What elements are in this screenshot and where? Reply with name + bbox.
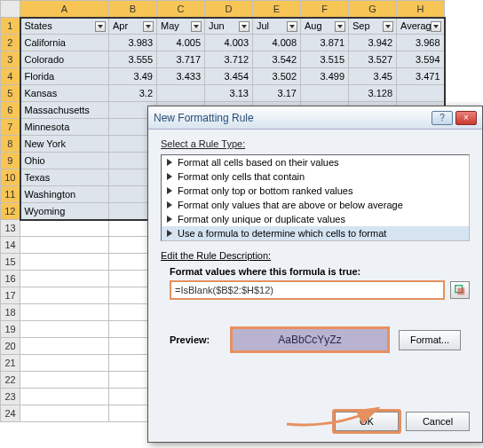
data-cell[interactable]: 3.13 [205,85,253,102]
data-cell[interactable]: 3.542 [253,51,301,68]
empty-cell[interactable] [20,287,109,304]
empty-cell[interactable] [20,237,109,254]
rule-type-item[interactable]: Use a formula to determine which cells t… [162,226,469,240]
row-header[interactable]: 17 [1,287,20,304]
data-cell[interactable]: 3.433 [157,68,205,85]
row-header[interactable]: 10 [1,169,20,186]
row-header[interactable]: 11 [1,186,20,203]
rule-type-list[interactable]: Format all cells based on their valuesFo… [161,154,470,241]
data-cell[interactable]: 3.45 [349,68,397,85]
state-cell[interactable]: New York [20,136,109,153]
empty-cell[interactable] [20,355,109,372]
state-cell[interactable]: Washington [20,186,109,203]
data-cell[interactable]: 4.008 [253,35,301,51]
filter-dropdown-icon[interactable] [191,21,202,32]
row-header[interactable]: 6 [1,102,20,119]
state-cell[interactable]: Minnesota [20,119,109,136]
row-header[interactable]: 16 [1,271,20,287]
row-header[interactable]: 14 [1,237,20,254]
rule-type-item[interactable]: Format all cells based on their values [162,155,469,169]
col-header[interactable]: A [20,1,109,18]
filter-dropdown-icon[interactable] [143,21,154,32]
format-button[interactable]: Format... [399,330,461,350]
field-header[interactable]: May [157,18,205,35]
dialog-titlebar[interactable]: New Formatting Rule ? × [148,106,482,130]
col-header[interactable] [1,1,20,18]
filter-dropdown-icon[interactable] [335,21,345,32]
data-cell[interactable] [157,85,205,102]
row-header[interactable]: 12 [1,203,20,220]
data-cell[interactable]: 3.471 [397,68,445,85]
field-header[interactable]: Sep [349,18,397,35]
state-cell[interactable]: California [20,35,109,51]
col-header[interactable]: B [109,1,157,18]
filter-dropdown-icon[interactable] [431,21,441,32]
state-cell[interactable]: Wyoming [20,203,109,220]
ok-button[interactable]: OK [335,412,399,431]
row-header[interactable]: 7 [1,119,20,136]
data-cell[interactable] [301,85,349,102]
state-cell[interactable]: Florida [20,68,109,85]
rule-type-item[interactable]: Format only unique or duplicate values [162,212,469,226]
rule-type-item[interactable]: Format only top or bottom ranked values [162,184,469,198]
row-header[interactable]: 18 [1,304,20,321]
data-cell[interactable]: 3.527 [349,51,397,68]
col-header[interactable]: H [397,1,445,18]
empty-cell[interactable] [20,372,109,389]
data-cell[interactable]: 3.515 [301,51,349,68]
field-header[interactable]: Apr [109,18,157,35]
col-header[interactable]: C [157,1,205,18]
range-picker-button[interactable] [450,281,470,299]
data-cell[interactable]: 3.128 [349,85,397,102]
empty-cell[interactable] [20,254,109,271]
data-cell[interactable]: 4.005 [157,35,205,51]
help-button[interactable]: ? [432,111,453,125]
data-cell[interactable]: 3.717 [157,51,205,68]
row-header[interactable]: 1 [1,18,20,35]
row-header[interactable]: 3 [1,51,20,68]
data-cell[interactable]: 3.942 [349,35,397,51]
row-header[interactable]: 24 [1,405,20,422]
empty-cell[interactable] [20,405,109,422]
filter-dropdown-icon[interactable] [287,21,297,32]
field-header[interactable]: Averag [397,18,445,35]
data-cell[interactable]: 3.871 [301,35,349,51]
state-cell[interactable]: Kansas [20,85,109,102]
data-cell[interactable]: 3.968 [397,35,445,51]
empty-cell[interactable] [20,389,109,405]
field-header[interactable]: Jul [253,18,301,35]
empty-cell[interactable] [20,220,109,237]
data-cell[interactable]: 3.499 [301,68,349,85]
col-header[interactable]: F [301,1,349,18]
close-button[interactable]: × [455,111,477,125]
field-header[interactable]: States [20,18,109,35]
row-header[interactable]: 19 [1,321,20,338]
data-cell[interactable]: 3.17 [253,85,301,102]
row-header[interactable]: 22 [1,372,20,389]
rule-type-item[interactable]: Format only cells that contain [162,169,469,184]
row-header[interactable]: 4 [1,68,20,85]
data-cell[interactable]: 3.555 [109,51,157,68]
state-cell[interactable]: Texas [20,169,109,186]
col-header[interactable]: D [205,1,253,18]
data-cell[interactable]: 3.594 [397,51,445,68]
row-header[interactable]: 13 [1,220,20,237]
col-header[interactable]: G [349,1,397,18]
row-header[interactable]: 20 [1,338,20,355]
empty-cell[interactable] [20,304,109,321]
filter-dropdown-icon[interactable] [95,21,106,32]
row-header[interactable]: 8 [1,136,20,153]
row-header[interactable]: 23 [1,389,20,405]
data-cell[interactable]: 4.003 [205,35,253,51]
data-cell[interactable]: 3.49 [109,68,157,85]
state-cell[interactable]: Colorado [20,51,109,68]
data-cell[interactable] [397,85,445,102]
row-header[interactable]: 2 [1,35,20,51]
empty-cell[interactable] [20,271,109,287]
rule-type-item[interactable]: Format only values that are above or bel… [162,198,469,212]
field-header[interactable]: Jun [205,18,253,35]
empty-cell[interactable] [20,338,109,355]
data-cell[interactable]: 3.712 [205,51,253,68]
data-cell[interactable]: 3.454 [205,68,253,85]
data-cell[interactable]: 3.502 [253,68,301,85]
